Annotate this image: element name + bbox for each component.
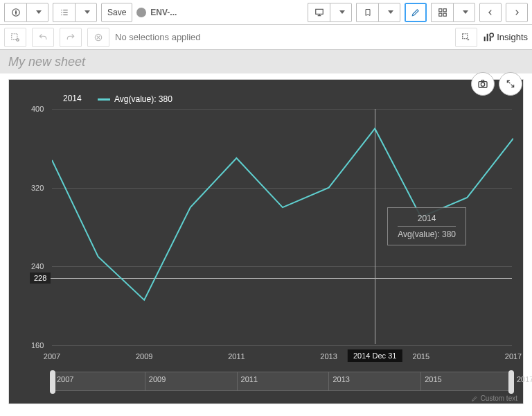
footer-label: Custom text: [481, 395, 517, 402]
selections-tool-button[interactable]: [455, 28, 477, 47]
svg-rect-2: [438, 8, 441, 11]
list-dropdown[interactable]: [75, 3, 97, 22]
step-back-button[interactable]: [32, 28, 54, 47]
sheet-grid-dropdown[interactable]: [453, 3, 475, 22]
chevron-down-icon: [388, 10, 393, 14]
svg-point-12: [481, 83, 484, 86]
svg-rect-1: [315, 9, 323, 14]
y-axis-tick: 160: [31, 341, 44, 349]
expand-icon: [506, 79, 515, 89]
nav-menu-button[interactable]: [4, 3, 26, 22]
line-chart[interactable]: 2014 Avg(value): 380 400320240160 228 20…: [8, 79, 524, 404]
sheet-grid-button[interactable]: [431, 3, 453, 22]
chevron-down-icon: [339, 10, 345, 14]
range-slider-tick: 2009: [149, 375, 166, 383]
range-slider-tick: 2013: [332, 375, 349, 383]
pencil-icon: [411, 8, 420, 17]
legend-year: 2014: [63, 94, 82, 103]
legend-swatch: [98, 98, 110, 101]
x-axis-tick: 2011: [228, 352, 245, 361]
no-selections-text: No selections applied: [115, 32, 201, 42]
nav-menu-dropdown[interactable]: [26, 3, 48, 22]
x-axis-tick: 2013: [320, 352, 337, 361]
step-forward-button[interactable]: [60, 28, 82, 47]
range-handle-right[interactable]: [508, 370, 514, 394]
search-selection-icon: [10, 33, 20, 42]
grid-icon: [438, 8, 447, 17]
bookmark-icon: [364, 8, 372, 17]
x-axis-tick: 2017: [505, 352, 522, 361]
chevron-down-icon: [36, 10, 42, 14]
top-toolbar: Save ENV-...: [0, 0, 532, 25]
present-dropdown[interactable]: [330, 3, 352, 22]
prev-sheet-button[interactable]: [479, 3, 502, 22]
svg-rect-5: [443, 13, 446, 16]
clear-icon: [94, 33, 103, 42]
chevron-down-icon: [85, 10, 90, 14]
edit-button[interactable]: [405, 3, 427, 22]
presentation-icon: [314, 8, 324, 17]
sheet-title-bar: My new sheet: [0, 50, 532, 73]
range-slider-tick: 2015: [425, 375, 441, 383]
svg-rect-6: [12, 33, 17, 39]
range-slider-tick: 2017: [517, 375, 532, 383]
undo-icon: [38, 33, 48, 42]
app-dot-icon: [136, 8, 146, 17]
next-sheet-button[interactable]: [506, 3, 528, 22]
camera-icon: [477, 78, 488, 89]
save-button[interactable]: Save: [101, 3, 132, 22]
bookmark-dropdown[interactable]: [378, 3, 400, 22]
range-handle-left[interactable]: [50, 370, 55, 394]
reference-line-label: 228: [30, 272, 51, 284]
svg-rect-3: [443, 8, 446, 11]
tooltip-title: 2014: [398, 214, 456, 223]
svg-rect-4: [438, 13, 441, 16]
svg-point-10: [490, 33, 493, 37]
svg-point-7: [17, 38, 19, 41]
svg-rect-9: [463, 33, 468, 38]
insights-button[interactable]: Insights: [483, 32, 528, 43]
legend-measure: Avg(value): 380: [114, 94, 172, 104]
bookmark-button[interactable]: [356, 3, 378, 22]
chevron-left-icon: [487, 8, 494, 17]
app-name-label: ENV-...: [150, 8, 177, 17]
selections-tool-icon: [461, 33, 471, 42]
x-axis-tick: 2009: [136, 352, 152, 361]
y-axis-tick: 240: [31, 262, 44, 270]
x-axis-tick: 2007: [44, 352, 60, 361]
selections-bar: No selections applied Insights: [0, 25, 532, 50]
chevron-right-icon: [513, 8, 520, 17]
compass-icon: [11, 8, 21, 17]
chevron-down-icon: [463, 10, 468, 14]
redo-icon: [66, 33, 76, 42]
hover-x-label: 2014 Dec 31: [348, 349, 402, 362]
edit-text-icon: [471, 395, 478, 402]
range-slider-tick: 2011: [241, 375, 258, 383]
x-axis-tick: 2015: [413, 352, 429, 361]
range-slider[interactable]: 200720092011201320152017: [52, 372, 512, 391]
snapshot-button[interactable]: [471, 72, 495, 96]
range-slider-tick: 2007: [57, 375, 73, 383]
insights-icon: [483, 32, 494, 43]
smart-search-button[interactable]: [4, 28, 26, 47]
present-button[interactable]: [308, 3, 330, 22]
chart-tooltip: 2014 Avg(value): 380: [387, 207, 466, 245]
tooltip-value: Avg(value): 380: [398, 229, 456, 239]
y-axis-tick: 400: [31, 105, 44, 113]
sheet-title[interactable]: My new sheet: [8, 55, 85, 69]
insights-label: Insights: [497, 32, 528, 42]
y-axis-tick: 320: [31, 184, 44, 192]
list-button[interactable]: [53, 3, 75, 22]
list-icon: [60, 8, 69, 17]
footer-custom-text[interactable]: Custom text: [471, 395, 517, 402]
clear-selections-button[interactable]: [87, 28, 109, 47]
fullscreen-button[interactable]: [499, 72, 522, 96]
